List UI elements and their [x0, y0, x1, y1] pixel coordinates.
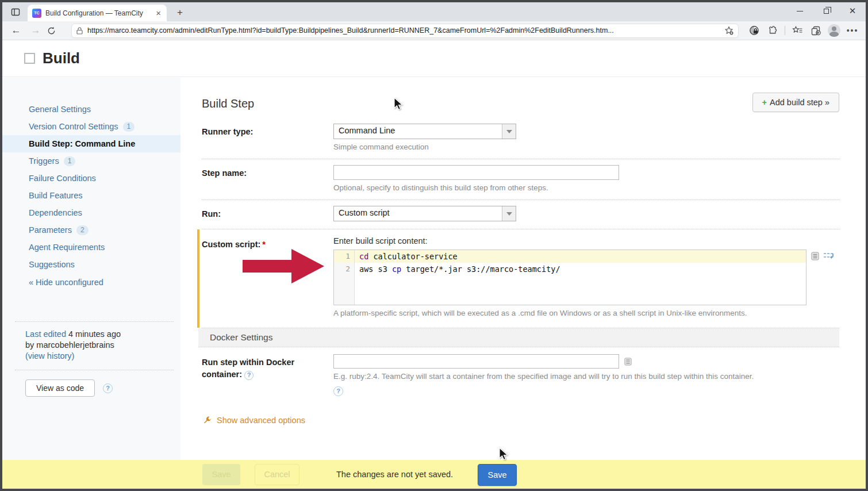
help-icon[interactable]: ?: [333, 386, 343, 396]
step-name-label: Step name:: [202, 165, 333, 192]
code-area[interactable]: cd calculator-service aws s3 cp target/*…: [355, 250, 806, 305]
browser-toolbar: ← → https://marco.teamcity.com/admin/edi…: [2, 21, 866, 40]
sidebar-item-failure-conditions[interactable]: Failure Conditions: [2, 170, 180, 187]
sidebar-item-agent-requirements[interactable]: Agent Requirements: [2, 239, 180, 256]
soft-wrap-icon[interactable]: [823, 252, 834, 260]
chevron-down-icon[interactable]: [502, 206, 516, 221]
annotation-arrow: [241, 246, 325, 286]
favorite-star-icon[interactable]: [724, 26, 733, 35]
lock-icon: [76, 27, 83, 34]
tab-actions-icon[interactable]: [6, 4, 25, 20]
last-edited-link[interactable]: Last edited: [25, 329, 66, 339]
sidebar-item-version-control[interactable]: Version Control Settings1: [2, 118, 180, 135]
script-note: A platform-specific script, which will b…: [333, 309, 839, 317]
step-name-input[interactable]: [333, 165, 619, 180]
teamcity-favicon: TC: [32, 9, 41, 18]
minimize-button[interactable]: [786, 2, 813, 20]
line-number-gutter: 1 2: [334, 250, 355, 305]
sidebar-item-parameters[interactable]: Parameters2: [2, 221, 180, 239]
new-tab-button[interactable]: +: [172, 7, 187, 18]
unsaved-changes-message: The changes are not yet saved.: [336, 460, 453, 489]
tab-bar: TC Build Configuration — TeamCity × + ✕: [2, 2, 866, 21]
mouse-cursor: [499, 447, 512, 461]
docker-label: Run step within Docker container: ?: [202, 354, 333, 396]
sidebar-item-build-step[interactable]: Build Step: Command Line: [2, 135, 180, 152]
hide-unconfigured-link[interactable]: « Hide unconfigured: [2, 278, 180, 287]
sidebar-item-triggers[interactable]: Triggers1: [2, 152, 180, 170]
browser-window: TC Build Configuration — TeamCity × + ✕ …: [0, 0, 868, 491]
mouse-cursor: [394, 97, 406, 111]
wrench-icon: [203, 416, 212, 424]
window-controls: ✕: [786, 2, 866, 20]
avatar: [828, 24, 840, 37]
sidebar-item-build-features[interactable]: Build Features: [2, 187, 180, 204]
runner-type-row: Runner type: Command Line Simple command…: [202, 118, 839, 159]
docker-note: E.g. ruby:2.4. TeamCity will start a con…: [333, 372, 839, 381]
sidebar-item-general-settings[interactable]: General Settings: [2, 101, 180, 118]
run-select[interactable]: Custom script: [333, 206, 516, 221]
sidebar-item-dependencies[interactable]: Dependencies: [2, 204, 180, 221]
run-label: Run:: [202, 206, 333, 221]
url-text[interactable]: https://marco.teamcity.com/admin/editRun…: [87, 26, 720, 34]
script-prompt: Enter build script content:: [333, 236, 839, 246]
parameters-list-icon[interactable]: [811, 252, 819, 260]
code-line-1[interactable]: cd calculator-service: [355, 250, 806, 263]
count-badge: 2: [76, 225, 89, 235]
sidebar-item-suggestions[interactable]: Suggestions: [2, 256, 180, 273]
runner-type-select[interactable]: Command Line: [333, 124, 516, 139]
restore-button[interactable]: [813, 2, 839, 20]
chevron-down-icon[interactable]: [502, 124, 516, 139]
last-edited-author: by marcobehlerjetbrains: [25, 340, 114, 350]
show-advanced-options-link[interactable]: Show advanced options: [203, 416, 866, 425]
page-title: Build: [43, 49, 80, 67]
settings-sidebar: General Settings Version Control Setting…: [2, 78, 180, 489]
unsaved-changes-bar: Save Cancel The changes are not yet save…: [2, 460, 866, 489]
step-name-row: Step name: Optional, specify to distingu…: [202, 159, 839, 200]
close-button[interactable]: ✕: [839, 2, 866, 20]
runner-type-label: Runner type:: [202, 124, 333, 151]
extensions-icon[interactable]: [765, 26, 780, 36]
favorites-bar-icon[interactable]: [790, 26, 805, 35]
add-build-step-button[interactable]: +Add build step »: [752, 93, 839, 112]
plus-icon: +: [762, 98, 767, 107]
run-row: Run: Custom script: [202, 200, 839, 229]
profile-avatar[interactable]: [827, 24, 842, 37]
more-menu-icon[interactable]: •••: [845, 26, 860, 35]
docker-settings-header: Docker Settings: [198, 328, 839, 347]
save-button[interactable]: Save: [478, 464, 517, 486]
step-name-note: Optional, specify to distinguish this bu…: [333, 183, 839, 192]
collections-icon[interactable]: [808, 26, 823, 36]
section-title: Build Step: [202, 93, 254, 110]
help-icon[interactable]: ?: [244, 371, 254, 380]
view-as-code-button[interactable]: View as code: [25, 379, 95, 397]
address-bar[interactable]: https://marco.teamcity.com/admin/editRun…: [71, 24, 739, 38]
docker-image-input[interactable]: [333, 354, 619, 369]
back-icon[interactable]: ←: [8, 25, 24, 36]
docker-row: Run step within Docker container: ? E.g.…: [202, 347, 839, 398]
refresh-icon[interactable]: [47, 26, 63, 35]
forward-icon: →: [28, 25, 44, 36]
sidebar-divider: [15, 370, 174, 370]
browser-tab[interactable]: TC Build Configuration — TeamCity ×: [28, 5, 167, 21]
tracking-prevention-icon[interactable]: [747, 25, 762, 36]
count-badge: 1: [64, 156, 76, 166]
toolbar-divider: [785, 26, 785, 35]
code-line-2[interactable]: aws s3 cp target/*.jar s3://marco-teamci…: [355, 263, 806, 275]
count-badge: 1: [123, 122, 135, 132]
runner-type-note: Simple command execution: [333, 143, 839, 151]
page-header: Build: [2, 40, 866, 77]
disabled-cancel-button: Cancel: [255, 464, 299, 485]
script-code-editor[interactable]: 1 2 cd calculator-service aws s3 cp targ…: [333, 250, 806, 305]
last-edited-info: Last edited 4 minutes ago by marcobehler…: [2, 322, 180, 362]
parameters-list-icon[interactable]: [624, 358, 632, 366]
tab-close-icon[interactable]: ×: [155, 9, 162, 17]
view-history-link[interactable]: (view history): [25, 351, 74, 360]
page-content: General Settings Version Control Setting…: [2, 78, 866, 489]
help-icon[interactable]: ?: [103, 383, 113, 393]
tab-title: Build Configuration — TeamCity: [45, 9, 151, 17]
disabled-save-button: Save: [202, 464, 240, 485]
missing-image-icon: [24, 53, 35, 64]
